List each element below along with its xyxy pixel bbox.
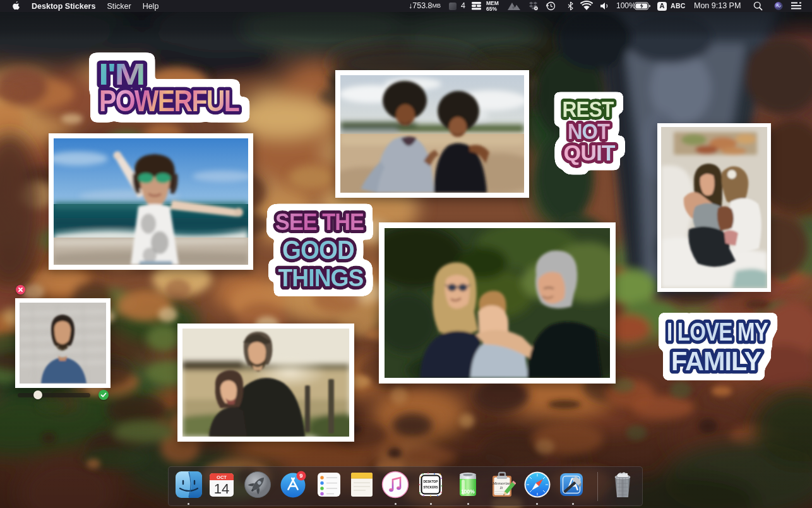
svg-text:THINGS: THINGS: [278, 264, 364, 291]
svg-text:QUIT: QUIT: [564, 140, 616, 165]
svg-text:14: 14: [214, 481, 229, 497]
svg-text:FAMILY: FAMILY: [671, 346, 761, 376]
svg-text:100%: 100%: [461, 488, 475, 495]
svg-text:OCT: OCT: [217, 475, 227, 480]
svg-text:SEE THE: SEE THE: [275, 209, 364, 235]
svg-text:STICKERS: STICKERS: [424, 485, 438, 489]
svg-text:POWERFUL: POWERFUL: [99, 83, 239, 118]
svg-text:REST: REST: [563, 97, 614, 121]
svg-text:GOOD: GOOD: [282, 234, 354, 265]
svg-text:9: 9: [299, 472, 302, 479]
svg-text:I LOVE MY: I LOVE MY: [667, 318, 768, 346]
svg-text:DESKTOP: DESKTOP: [424, 479, 438, 483]
